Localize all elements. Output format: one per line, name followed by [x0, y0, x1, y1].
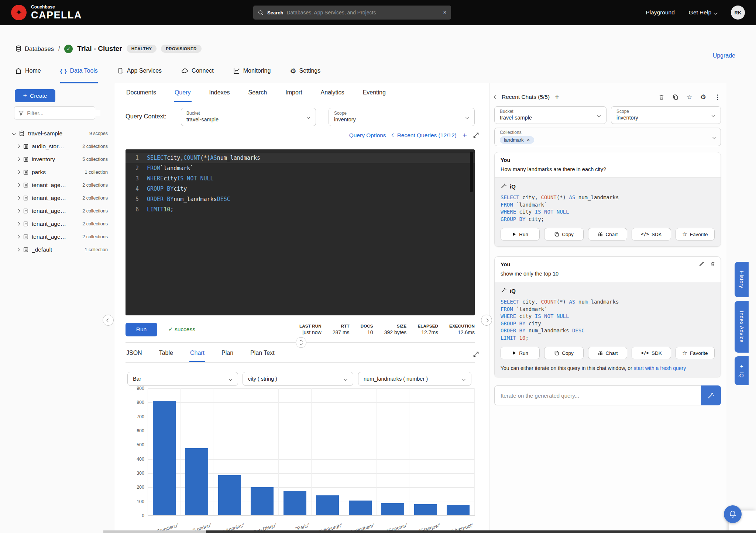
chart-button[interactable]: Chart: [588, 228, 627, 240]
create-button[interactable]: + Create: [15, 89, 55, 102]
tab-import[interactable]: Import: [285, 87, 303, 102]
result-tab-json[interactable]: JSON: [126, 347, 143, 362]
chat-collections-select[interactable]: Collections landmark ✕: [494, 128, 721, 146]
chart-button[interactable]: Chart: [588, 347, 627, 359]
chevron-right-icon[interactable]: [17, 235, 20, 239]
tab-query[interactable]: Query: [174, 87, 192, 102]
chevron-right-icon[interactable]: [17, 170, 20, 174]
scope-select[interactable]: Scope inventory: [329, 108, 475, 126]
panel-splitter-handle[interactable]: [296, 337, 306, 348]
rail-tab-iq[interactable]: ✦iQ: [735, 356, 749, 385]
playground-link[interactable]: Playground: [646, 9, 674, 16]
favorite-button[interactable]: ☆Favorite: [676, 347, 715, 359]
tree-item-default-9[interactable]: _default1 collection: [0, 243, 115, 256]
iterate-input[interactable]: [501, 392, 695, 399]
expand-editor-icon[interactable]: [473, 132, 479, 138]
copy-button[interactable]: Copy: [544, 228, 583, 240]
chevron-right-icon[interactable]: [17, 196, 20, 200]
collapse-left-button[interactable]: [103, 315, 114, 326]
tree-item-tenant-age-4[interactable]: tenant_age…2 collections: [0, 179, 115, 191]
tree-item-tenant-age-7[interactable]: tenant_age…2 collections: [0, 217, 115, 230]
global-search[interactable]: Search ✕: [253, 6, 451, 20]
user-avatar[interactable]: RK: [731, 6, 745, 20]
chart-bar-san-francisco[interactable]: [153, 401, 176, 515]
bucket-select[interactable]: Bucket travel-sample: [181, 108, 316, 126]
collection-chip-landmark[interactable]: landmark ✕: [500, 136, 534, 144]
nav-item-data-tools[interactable]: { }Data Tools: [60, 65, 98, 83]
tree-item-audio-stor-1[interactable]: audio_stor…2 collections: [0, 140, 115, 153]
copy-button[interactable]: Copy: [544, 347, 583, 359]
chevron-right-icon[interactable]: [17, 248, 20, 252]
remove-chip-icon[interactable]: ✕: [526, 138, 530, 142]
add-query-button[interactable]: +: [463, 131, 467, 139]
chat-bucket-select[interactable]: Bucket travel-sample: [494, 106, 606, 124]
nav-item-app-services[interactable]: App Services: [117, 65, 162, 83]
duplicate-chat-icon[interactable]: [673, 94, 678, 100]
tree-item-tenant-age-5[interactable]: tenant_age…2 collections: [0, 191, 115, 204]
chat-scope-select[interactable]: Scope inventory: [611, 106, 721, 124]
tab-analytics[interactable]: Analytics: [320, 87, 345, 102]
search-clear-icon[interactable]: ✕: [443, 10, 447, 15]
sdk-button[interactable]: </>SDK: [632, 347, 671, 359]
tree-item-tenant-age-8[interactable]: tenant_age…2 collections: [0, 230, 115, 243]
iterate-field[interactable]: [494, 385, 701, 405]
expand-results-icon[interactable]: [473, 351, 479, 357]
tree-item-tenant-age-6[interactable]: tenant_age…2 collections: [0, 204, 115, 217]
run-button[interactable]: Run: [126, 323, 157, 336]
tab-search[interactable]: Search: [248, 87, 268, 102]
nav-item-settings[interactable]: ⚙Settings: [290, 65, 320, 83]
global-search-input[interactable]: [286, 10, 440, 15]
chevron-right-icon[interactable]: [17, 145, 20, 148]
fresh-query-link[interactable]: start with a fresh query: [634, 365, 686, 371]
get-help-menu[interactable]: Get Help: [689, 9, 717, 16]
breadcrumb-databases[interactable]: Databases: [15, 45, 54, 52]
sql-editor[interactable]: 1SELECT city, COUNT(*) AS num_landmarks2…: [126, 149, 475, 315]
kebab-menu-icon[interactable]: ⋮: [714, 93, 721, 101]
tree-item-inventory-2[interactable]: inventory5 collections: [0, 153, 115, 166]
editor-scrollbar[interactable]: [470, 152, 473, 192]
chart-type-select[interactable]: Bar: [127, 372, 238, 386]
chart-bar-edinburgh[interactable]: [316, 495, 339, 515]
collapse-right-button[interactable]: [481, 315, 492, 326]
result-tab-table[interactable]: Table: [158, 347, 174, 362]
chevron-right-icon[interactable]: [17, 183, 20, 187]
edit-message-icon[interactable]: [699, 261, 704, 267]
chart-x-field-select[interactable]: city ( string ): [243, 372, 353, 386]
favorite-chat-icon[interactable]: ☆: [687, 93, 692, 101]
result-tab-plan[interactable]: Plan: [221, 347, 234, 362]
nav-item-monitoring[interactable]: Monitoring: [233, 65, 271, 83]
chart-bar-liverpool[interactable]: [447, 505, 470, 515]
favorite-button[interactable]: ☆Favorite: [676, 228, 715, 240]
run-button[interactable]: Run: [501, 347, 540, 359]
chevron-down-icon[interactable]: [12, 132, 16, 135]
chart-bar-san-diego[interactable]: [251, 487, 274, 515]
horizontal-scrollbar-track[interactable]: [103, 530, 206, 533]
nav-item-home[interactable]: Home: [15, 65, 41, 83]
horizontal-scrollbar-thumb[interactable]: [206, 530, 756, 533]
recent-chats-title[interactable]: Recent Chats (5/5): [502, 94, 550, 100]
filter-input[interactable]: [27, 110, 100, 116]
chart-bar-los-angeles[interactable]: [218, 475, 241, 515]
chart-y-field-select[interactable]: num_landmarks ( number ): [358, 372, 471, 386]
tree-item-parks-3[interactable]: parks1 collection: [0, 166, 115, 179]
chevron-right-icon[interactable]: [17, 158, 20, 161]
tab-eventing[interactable]: Eventing: [362, 87, 386, 102]
delete-chat-icon[interactable]: [659, 94, 664, 100]
chart-bar-sonoma[interactable]: [381, 503, 404, 515]
settings-icon[interactable]: ⚙: [700, 93, 706, 101]
upgrade-link[interactable]: Upgrade: [713, 52, 735, 59]
tab-indexes[interactable]: Indexes: [209, 87, 231, 102]
chart-bar-birmingham[interactable]: [349, 501, 372, 515]
send-wand-button[interactable]: [701, 385, 721, 405]
chart-bar-london[interactable]: [185, 448, 208, 515]
rail-tab-history[interactable]: History: [735, 262, 749, 297]
result-tab-plan-text[interactable]: Plan Text: [250, 347, 275, 362]
recent-queries-link[interactable]: Recent Queries (12/12): [392, 132, 457, 139]
run-button[interactable]: Run: [501, 228, 540, 240]
result-tab-chart[interactable]: Chart: [189, 347, 205, 362]
tree-item-travel-sample-0[interactable]: travel-sample9 scopes: [0, 127, 115, 140]
nav-item-connect[interactable]: Connect: [181, 65, 214, 83]
filter-box[interactable]: [14, 106, 95, 120]
notifications-bell-button[interactable]: [724, 505, 742, 523]
rail-tab-index-advice[interactable]: Index Advice: [735, 301, 749, 353]
